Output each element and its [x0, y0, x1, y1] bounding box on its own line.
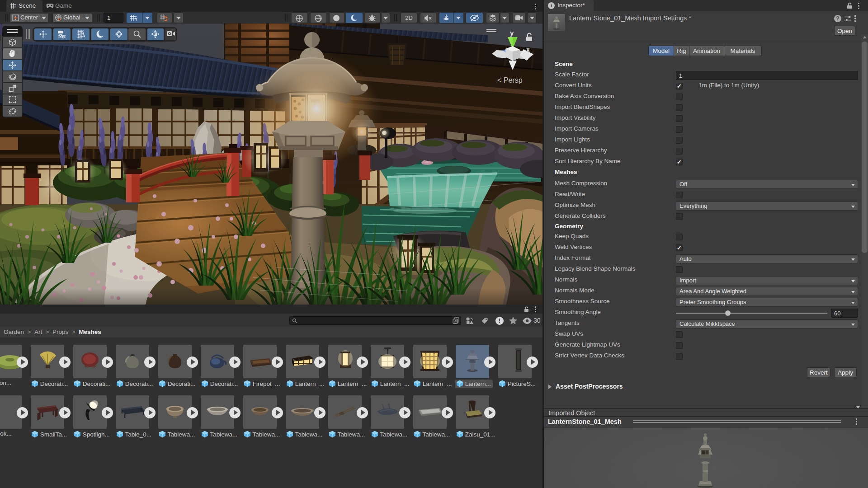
svg-text:y: y: [510, 29, 514, 37]
svg-text:< Persp: < Persp: [497, 76, 523, 84]
svg-text:x: x: [526, 46, 530, 53]
